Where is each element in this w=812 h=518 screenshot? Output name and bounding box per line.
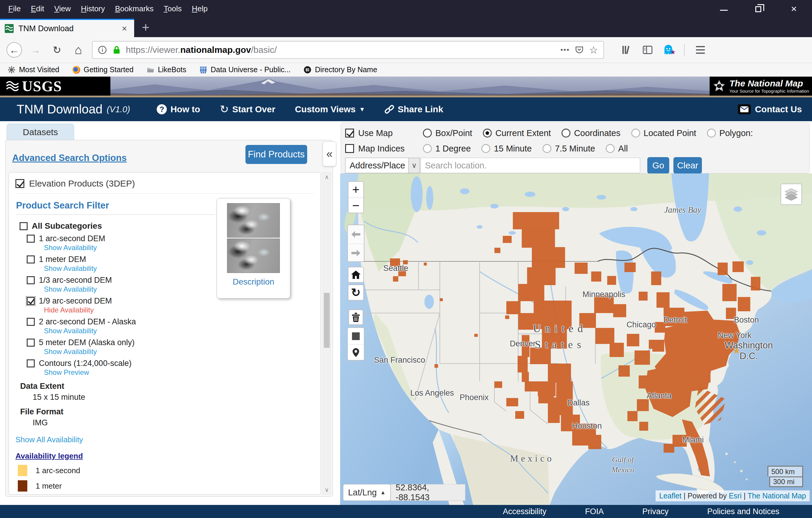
refresh-extent-button[interactable]: ↻ bbox=[348, 284, 364, 301]
all-subcategories-checkbox[interactable] bbox=[20, 222, 28, 230]
radio-current-extent[interactable]: Current Extent bbox=[483, 128, 551, 138]
toolbar-divider bbox=[684, 44, 685, 56]
clear-button[interactable]: Clear bbox=[673, 157, 702, 174]
scroll-down-icon[interactable]: ∨ bbox=[323, 485, 330, 494]
reload-icon[interactable]: ↻ bbox=[49, 42, 65, 58]
filter-label: 2 arc-second DEM - Alaska bbox=[39, 317, 136, 326]
delete-graphics-button[interactable] bbox=[348, 309, 363, 325]
use-map-checkbox[interactable] bbox=[345, 129, 354, 138]
menu-bookmarks[interactable]: Bookmarks bbox=[111, 2, 158, 15]
show-availability-link[interactable]: Show Availability bbox=[44, 264, 97, 272]
draw-box-button[interactable] bbox=[348, 328, 364, 344]
bookmark-data-universe[interactable]: Data Universe - Public... bbox=[199, 65, 291, 74]
url-bar[interactable]: https://viewer.nationalmap.gov/basic/ ••… bbox=[92, 41, 604, 59]
contact-us-button[interactable]: Contact Us bbox=[738, 104, 802, 114]
file-format-label: File Format bbox=[20, 407, 314, 416]
show-availability-link[interactable]: Show Availability bbox=[44, 348, 97, 356]
bookmark-likebots[interactable]: LikeBots bbox=[147, 65, 186, 74]
esri-link[interactable]: Esri bbox=[729, 492, 742, 500]
tab-tnm-download[interactable]: TNM Download × bbox=[0, 19, 134, 37]
menu-history[interactable]: History bbox=[77, 2, 109, 15]
panel-collapse-button[interactable]: « bbox=[323, 141, 336, 166]
footer-foia-link[interactable]: FOIA bbox=[585, 507, 604, 516]
menu-file[interactable]: File bbox=[4, 2, 25, 15]
radio-icon[interactable] bbox=[483, 129, 492, 138]
panel-scrollbar[interactable]: ∧ ∨ bbox=[323, 172, 331, 494]
home-extent-button[interactable] bbox=[348, 267, 364, 283]
layers-control[interactable] bbox=[781, 184, 802, 205]
menu-edit[interactable]: Edit bbox=[27, 2, 48, 15]
leaflet-link[interactable]: Leaflet bbox=[659, 492, 682, 500]
radio-icon[interactable] bbox=[561, 129, 571, 138]
scroll-up-icon[interactable]: ∧ bbox=[323, 172, 330, 182]
filter-checkbox-contours[interactable] bbox=[27, 359, 35, 367]
map-canvas[interactable]: SeattleMinneapolisChicagoDetroitBostonNe… bbox=[340, 173, 812, 505]
menu-view[interactable]: View bbox=[50, 2, 75, 15]
howto-button[interactable]: ?How to bbox=[157, 104, 200, 114]
home-icon[interactable]: ⌂ bbox=[70, 42, 86, 58]
sidebar-icon[interactable] bbox=[642, 45, 652, 55]
search-type-select[interactable]: Address/Place bbox=[345, 158, 409, 173]
footer-policies-link[interactable]: Policies and Notices bbox=[707, 507, 779, 516]
filter-checkbox-1arc[interactable] bbox=[27, 235, 35, 243]
filter-checkbox-5m-ak[interactable] bbox=[27, 338, 35, 347]
close-icon[interactable]: × bbox=[789, 4, 799, 13]
show-availability-link[interactable]: Show Availability bbox=[44, 244, 97, 251]
url-text[interactable]: https://viewer.nationalmap.gov/basic/ bbox=[126, 45, 556, 55]
legend-row: 1 meter bbox=[18, 480, 314, 492]
zoom-out-button[interactable]: − bbox=[348, 197, 363, 213]
custom-views-dropdown[interactable]: Custom Views▼ bbox=[295, 104, 365, 114]
product-thumbnail-card: Description bbox=[216, 198, 290, 299]
new-tab-button[interactable]: + bbox=[134, 20, 157, 37]
availability-legend-link[interactable]: Availability legend bbox=[16, 452, 314, 461]
restore-icon[interactable] bbox=[755, 6, 761, 12]
back-icon[interactable]: ← bbox=[6, 42, 22, 58]
radio-coordinates[interactable]: Coordinates bbox=[561, 128, 620, 138]
show-preview-link[interactable]: Show Preview bbox=[44, 368, 89, 376]
select-chevron-icon[interactable]: ∨ bbox=[409, 158, 420, 173]
filter-checkbox-19arc[interactable] bbox=[27, 297, 35, 305]
footer-privacy-link[interactable]: Privacy bbox=[642, 507, 669, 516]
footer-accessibility-link[interactable]: Accessibility bbox=[503, 507, 546, 516]
description-link[interactable]: Description bbox=[233, 277, 274, 287]
tnm-link[interactable]: The National Map bbox=[748, 492, 806, 500]
radio-icon[interactable] bbox=[423, 129, 432, 138]
bookmark-directory-by-name[interactable]: Directory By Name bbox=[303, 65, 377, 74]
elevation-products-checkbox[interactable] bbox=[16, 179, 24, 188]
bookmark-getting-started[interactable]: Getting Started bbox=[72, 65, 134, 74]
map-indices-checkbox[interactable] bbox=[345, 144, 354, 153]
show-all-availability-link[interactable]: Show All Availability bbox=[16, 435, 83, 444]
go-button[interactable]: Go bbox=[647, 157, 669, 174]
filter-checkbox-2arc-ak[interactable] bbox=[27, 318, 35, 326]
page-actions-icon[interactable]: ••• bbox=[560, 45, 570, 55]
heading-rule bbox=[16, 214, 215, 215]
filter-checkbox-1m[interactable] bbox=[27, 255, 35, 264]
show-availability-link[interactable]: Show Availability bbox=[44, 285, 97, 293]
library-icon[interactable] bbox=[622, 45, 632, 55]
pocket-icon[interactable] bbox=[574, 45, 584, 55]
find-products-button[interactable]: Find Products bbox=[245, 145, 307, 164]
radio-box-point[interactable]: Box/Point bbox=[423, 128, 472, 138]
latlng-toggle-button[interactable]: Lat/Lng ▲ bbox=[343, 484, 390, 501]
scrollbar-thumb[interactable] bbox=[324, 293, 330, 348]
menu-help[interactable]: Help bbox=[187, 2, 212, 15]
tab-close-icon[interactable]: × bbox=[119, 24, 129, 33]
filter-checkbox-13arc[interactable] bbox=[27, 276, 35, 284]
search-input[interactable] bbox=[420, 158, 640, 173]
ghostery-icon[interactable]: ★ bbox=[663, 45, 673, 55]
bookmark-star-icon[interactable]: ☆ bbox=[588, 45, 599, 55]
site-info-icon[interactable] bbox=[97, 45, 108, 55]
share-link-button[interactable]: Share Link bbox=[385, 104, 443, 114]
menu-tools[interactable]: Tools bbox=[160, 2, 186, 15]
minimize-icon[interactable] bbox=[720, 6, 728, 11]
map-indices-row: Map Indices bbox=[345, 144, 423, 154]
hide-availability-link[interactable]: Hide Availability bbox=[44, 306, 94, 314]
hamburger-menu-icon[interactable] bbox=[695, 45, 705, 55]
zoom-in-button[interactable]: + bbox=[348, 182, 363, 197]
show-availability-link[interactable]: Show Availability bbox=[44, 327, 97, 335]
bookmark-most-visited[interactable]: Most Visited bbox=[8, 65, 59, 74]
tab-datasets[interactable]: Datasets bbox=[6, 124, 74, 140]
draw-point-button[interactable] bbox=[348, 344, 364, 361]
advanced-search-options-link[interactable]: Advanced Search Options bbox=[12, 153, 127, 163]
start-over-button[interactable]: ↻Start Over bbox=[220, 103, 275, 115]
